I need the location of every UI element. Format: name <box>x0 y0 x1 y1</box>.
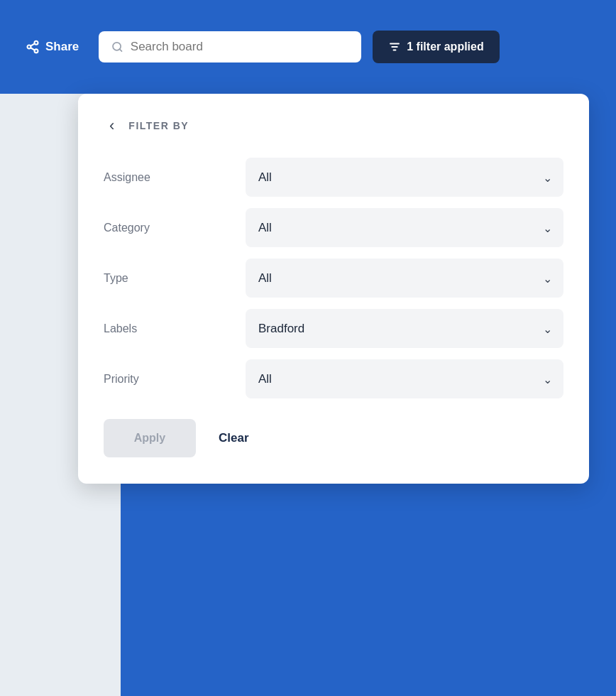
assignee-label: Assignee <box>104 171 246 184</box>
filter-row-category: Category All Design Development Marketin… <box>104 208 563 247</box>
category-label: Category <box>104 222 246 234</box>
filter-row-assignee: Assignee All Me Unassigned ⌄ <box>104 158 563 197</box>
assignee-select[interactable]: All Me Unassigned <box>246 158 563 197</box>
category-select[interactable]: All Design Development Marketing <box>246 208 563 247</box>
back-icon: ‹ <box>109 116 114 135</box>
labels-label: Labels <box>104 322 246 335</box>
priority-select[interactable]: All Low Medium High Critical <box>246 359 563 398</box>
type-select-wrapper: All Task Bug Feature ⌄ <box>246 259 563 298</box>
filter-row-type: Type All Task Bug Feature ⌄ <box>104 259 563 298</box>
clear-button[interactable]: Clear <box>210 418 258 458</box>
priority-label: Priority <box>104 373 246 386</box>
filter-header: ‹ FILTER BY <box>104 114 563 138</box>
share-label: Share <box>45 40 79 54</box>
svg-line-6 <box>120 49 122 51</box>
svg-line-3 <box>31 48 35 50</box>
search-bar <box>99 31 361 62</box>
svg-line-4 <box>31 43 35 45</box>
search-icon <box>111 40 123 53</box>
filter-button[interactable]: 1 filter applied <box>373 31 499 63</box>
header: Share 1 filter applied <box>0 0 616 94</box>
type-label: Type <box>104 272 246 285</box>
filter-row-priority: Priority All Low Medium High Critical ⌄ <box>104 359 563 398</box>
labels-select-wrapper: All Bradford Smith Johnson ⌄ <box>246 309 563 348</box>
action-row: Apply Clear <box>104 418 563 458</box>
content-area: ‹ FILTER BY Assignee All Me Unassigned ⌄… <box>0 94 616 696</box>
share-icon <box>26 40 40 54</box>
filter-row-labels: Labels All Bradford Smith Johnson ⌄ <box>104 309 563 348</box>
share-button[interactable]: Share <box>17 34 87 60</box>
category-select-wrapper: All Design Development Marketing ⌄ <box>246 208 563 247</box>
filter-panel-title: FILTER BY <box>128 120 189 131</box>
priority-select-wrapper: All Low Medium High Critical ⌄ <box>246 359 563 398</box>
labels-select[interactable]: All Bradford Smith Johnson <box>246 309 563 348</box>
filter-icon <box>388 40 401 53</box>
assignee-select-wrapper: All Me Unassigned ⌄ <box>246 158 563 197</box>
search-input[interactable] <box>131 40 348 54</box>
apply-button[interactable]: Apply <box>104 419 196 457</box>
type-select[interactable]: All Task Bug Feature <box>246 259 563 298</box>
filter-badge-label: 1 filter applied <box>407 40 483 53</box>
back-button[interactable]: ‹ <box>104 114 120 138</box>
filter-panel: ‹ FILTER BY Assignee All Me Unassigned ⌄… <box>78 94 589 484</box>
